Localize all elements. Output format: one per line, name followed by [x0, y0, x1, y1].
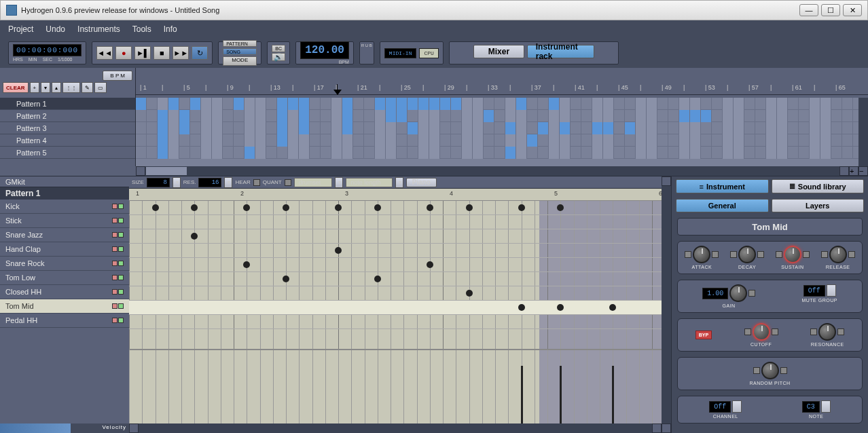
resonance-minus[interactable]	[810, 328, 817, 335]
sustain-minus[interactable]	[776, 251, 782, 258]
cutoff-minus[interactable]	[744, 328, 751, 335]
stop-button[interactable]: ■	[153, 46, 170, 60]
speaker-button[interactable]: 🔊	[272, 53, 285, 61]
mute-spinner[interactable]	[827, 284, 836, 297]
clear-button[interactable]: CLEAR	[3, 82, 29, 93]
song-mode-button[interactable]: SONG	[223, 48, 257, 55]
scroll-left-button[interactable]	[136, 166, 145, 176]
sustain-knob[interactable]	[784, 246, 801, 263]
decay-knob[interactable]	[738, 246, 756, 263]
resonance-knob[interactable]	[818, 323, 836, 341]
pattern-list-item[interactable]: Pattern 1	[0, 98, 135, 110]
playhead[interactable]	[333, 84, 342, 94]
draw-tool-button[interactable]: ✎	[82, 82, 93, 93]
instrument-item[interactable]: Snare Rock	[0, 257, 129, 271]
pattern-ruler[interactable]: 123456	[129, 189, 662, 201]
line-tool-button[interactable]: ⋮⋮	[62, 82, 80, 93]
pat-scroll-up[interactable]	[662, 176, 671, 186]
pattern-list-item[interactable]: Pattern 3	[0, 122, 135, 134]
bpm-marker-button[interactable]: B P M	[103, 71, 132, 81]
random-pitch-knob[interactable]	[761, 362, 779, 379]
decay-plus[interactable]	[757, 251, 764, 258]
notelength-dropdown[interactable]: note length	[346, 178, 393, 187]
pattern-list-item[interactable]: Pattern 5	[0, 147, 135, 159]
mixer-button[interactable]: Mixer	[473, 45, 524, 58]
instrument-item[interactable]: Kick	[0, 200, 129, 214]
note-spinner[interactable]	[821, 400, 831, 413]
minimize-button[interactable]: —	[799, 4, 818, 16]
gain-plus[interactable]	[748, 290, 755, 297]
pat-scroll-left[interactable]	[129, 423, 139, 433]
channel-spinner[interactable]	[732, 400, 742, 413]
record-button[interactable]: ●	[115, 46, 132, 60]
pattern-list-item[interactable]: Pattern 4	[0, 134, 135, 147]
song-vscroll[interactable]	[858, 98, 868, 166]
song-add-button[interactable]: +	[849, 166, 858, 176]
attack-plus[interactable]	[712, 251, 719, 258]
loop-button[interactable]: ↻	[192, 46, 208, 60]
mode-label-button[interactable]: MODE	[223, 56, 257, 66]
song-remove-button[interactable]: −	[858, 166, 868, 176]
scroll-right-button[interactable]	[839, 166, 849, 176]
attack-knob[interactable]	[693, 246, 710, 263]
cutoff-plus[interactable]	[772, 328, 778, 335]
release-knob[interactable]	[829, 246, 847, 263]
maximize-button[interactable]: ☐	[821, 4, 840, 16]
release-minus[interactable]	[821, 251, 828, 258]
drumset-dropdown[interactable]: drumset	[294, 178, 333, 187]
instrument-item[interactable]: Stick	[0, 214, 129, 228]
bpm-display[interactable]: 120.00	[300, 41, 349, 59]
pattern-mode-button[interactable]: PATTERN	[223, 40, 257, 47]
velocity-area[interactable]	[129, 349, 662, 423]
instrument-name[interactable]: Tom Mid	[677, 218, 863, 236]
release-plus[interactable]	[848, 251, 855, 258]
pat-scroll-right[interactable]	[652, 423, 662, 433]
close-button[interactable]: ✕	[843, 4, 862, 16]
pat-scroll-down[interactable]	[662, 423, 671, 433]
tab-layers[interactable]: Layers	[772, 199, 865, 212]
cutoff-knob[interactable]	[753, 323, 770, 341]
rewind-button[interactable]: ◄◄	[96, 46, 113, 60]
gain-knob[interactable]	[729, 284, 747, 302]
tab-general[interactable]: General	[676, 199, 769, 212]
song-grid[interactable]	[136, 98, 858, 166]
menu-project[interactable]: Project	[8, 24, 33, 34]
instrument-item[interactable]: Pedal HH	[0, 314, 129, 328]
sustain-plus[interactable]	[803, 251, 810, 258]
random-minus[interactable]	[753, 367, 760, 374]
song-hscroll-thumb[interactable]	[146, 167, 187, 175]
quant-toggle[interactable]	[285, 179, 291, 186]
menu-instruments[interactable]: Instruments	[77, 24, 120, 34]
piano-button[interactable]: Piano	[406, 178, 437, 187]
menu-info[interactable]: Info	[164, 24, 177, 34]
attack-minus[interactable]	[685, 251, 691, 258]
menu-tools[interactable]: Tools	[132, 24, 151, 34]
instrument-item[interactable]: Hand Clap	[0, 242, 129, 257]
tab-sound-library[interactable]: ≣Sound library	[772, 179, 865, 193]
play-button[interactable]: ►▌	[134, 46, 151, 60]
pattern-vscroll[interactable]	[662, 176, 671, 433]
pattern-list-item[interactable]: Pattern 2	[0, 110, 135, 122]
instrument-rack-button[interactable]: Instrument rack	[527, 45, 594, 58]
size-input[interactable]: 8	[147, 178, 170, 187]
select-tool-button[interactable]: ▭	[94, 82, 107, 93]
notelength-dd-arrow[interactable]: ▾	[395, 177, 403, 188]
instrument-item[interactable]: Snare Jazz	[0, 228, 129, 242]
menu-undo[interactable]: Undo	[46, 24, 65, 34]
instrument-item[interactable]: Tom Mid	[0, 299, 129, 314]
resonance-plus[interactable]	[837, 328, 844, 335]
drumset-dd-arrow[interactable]: ▾	[335, 177, 343, 188]
tab-instrument[interactable]: ≡Instrument	[676, 179, 769, 193]
instrument-item[interactable]: Closed HH	[0, 285, 129, 299]
bc-button[interactable]: BC	[272, 45, 285, 52]
res-input[interactable]: 16	[198, 178, 221, 187]
instrument-item[interactable]: Tom Low	[0, 271, 129, 285]
size-dropdown-button[interactable]: ▾	[173, 177, 181, 188]
song-ruler[interactable]: | 1|| 5|| 9|| 13|| 17|| 21|| 25|| 29|| 3…	[136, 83, 868, 95]
random-plus[interactable]	[780, 367, 787, 374]
hear-toggle[interactable]	[253, 179, 260, 186]
res-dropdown-button[interactable]: ▾	[224, 177, 232, 188]
bypass-button[interactable]: BYP	[695, 331, 712, 339]
decay-minus[interactable]	[730, 251, 737, 258]
add-pattern-button[interactable]: +	[30, 82, 40, 93]
